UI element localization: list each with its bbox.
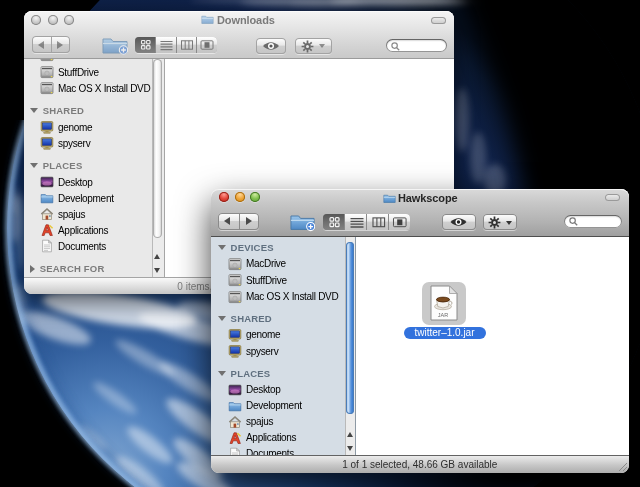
svg-text:JAR: JAR <box>438 312 448 318</box>
